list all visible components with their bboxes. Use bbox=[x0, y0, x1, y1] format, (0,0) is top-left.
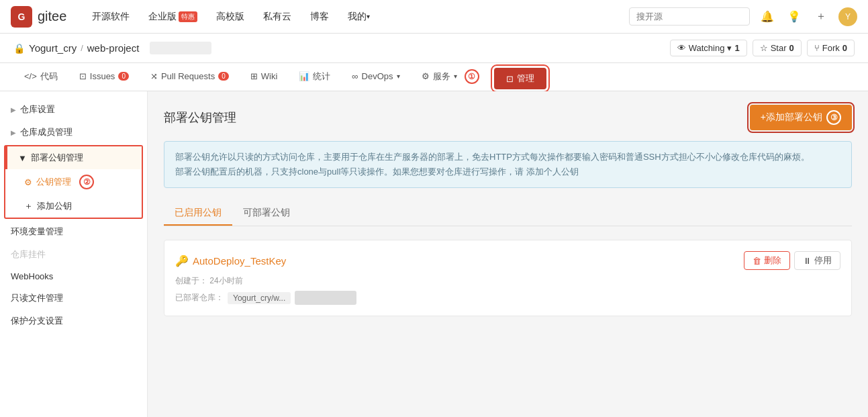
sidebar-item-readonly-files[interactable]: 只读文件管理 bbox=[0, 287, 147, 310]
key-repos-label: 已部署仓库： bbox=[175, 292, 224, 304]
nav-university[interactable]: 高校版 bbox=[207, 0, 254, 34]
tab-enabled-keys[interactable]: 已启用公钥 bbox=[164, 201, 232, 226]
gitee-logo-text: gitee bbox=[38, 9, 66, 24]
stats-icon: 📊 bbox=[299, 71, 309, 81]
sidebar-item-label: 只读文件管理 bbox=[11, 292, 63, 304]
avatar[interactable]: Y bbox=[838, 7, 857, 26]
nav-opensource[interactable]: 开源软件 bbox=[83, 0, 139, 34]
deploy-key-children: ⚙ 公钥管理 ② ＋ 添加公钥 bbox=[5, 169, 142, 218]
tab-services[interactable]: ⚙ 服务 ▾ ① bbox=[411, 63, 490, 91]
nav-enterprise[interactable]: 企业版 特惠 bbox=[139, 0, 207, 34]
info-box: 部署公钥允许以只读的方式访问仓库，主要用于仓库在生产服务器的部署上，免去HTTP… bbox=[164, 141, 852, 188]
sidebar-item-branch-protection[interactable]: 保护分支设置 bbox=[0, 310, 147, 332]
fork-button[interactable]: ⑂ Fork 0 bbox=[807, 40, 855, 56]
repo-description-blur bbox=[150, 42, 211, 54]
top-navigation: G gitee 开源软件 企业版 特惠 高校版 私有云 博客 我的 ▾ 🔔 💡 … bbox=[0, 0, 868, 34]
watch-button[interactable]: 👁 Watching ▾ 1 bbox=[670, 40, 747, 56]
key-created: 创建于： 24小时前 bbox=[175, 275, 840, 287]
star-count: 0 bbox=[789, 43, 794, 53]
tab-code[interactable]: </> 代码 bbox=[13, 63, 68, 91]
sidebar-item-label: 仓库设置 bbox=[20, 103, 55, 115]
tab-pull-requests[interactable]: ⤨ Pull Requests 0 bbox=[140, 63, 240, 91]
info-text-line2: 部署公钥配置后的机器，只支持clone与pull等只读操作。如果您想要对仓库进行… bbox=[175, 165, 840, 179]
key-tabs: 已启用公钥 可部署公钥 bbox=[164, 201, 852, 226]
sidebar-item-label: 保护分支设置 bbox=[11, 315, 63, 327]
repo-name[interactable]: web-project bbox=[87, 42, 140, 54]
main-content: ▶ 仓库设置 ▶ 仓库成员管理 ▼ 部署公钥管理 ⚙ 公钥管理 ② ＋ 添加公钥 bbox=[0, 91, 868, 417]
issues-icon: ⊡ bbox=[79, 71, 87, 81]
plus-icon: ＋ bbox=[24, 200, 33, 212]
arrow-icon: ▶ bbox=[11, 129, 16, 136]
breadcrumb-bar: 🔒 Yogurt_cry / web-project 👁 Watching ▾ … bbox=[0, 34, 868, 63]
sidebar-item-webhooks[interactable]: WebHooks bbox=[0, 266, 147, 287]
lock-icon: 🔒 bbox=[13, 43, 25, 54]
sidebar-item-label: 仓库挂件 bbox=[11, 248, 46, 261]
eye-icon: 👁 bbox=[677, 43, 686, 53]
wiki-icon: ⊞ bbox=[250, 71, 258, 81]
star-button[interactable]: ☆ Star 0 bbox=[753, 40, 802, 56]
delete-key-button[interactable]: 🗑 删除 bbox=[744, 251, 790, 270]
breadcrumb-right: 👁 Watching ▾ 1 ☆ Star 0 ⑂ Fork 0 bbox=[670, 40, 855, 56]
sidebar-item-env-vars[interactable]: 环境变量管理 bbox=[0, 220, 147, 243]
key-icon: 🔑 bbox=[175, 254, 189, 267]
add-btn-annotation: ③ bbox=[826, 110, 841, 125]
repo-blur bbox=[295, 291, 356, 305]
search-input[interactable] bbox=[629, 7, 750, 26]
key-actions: 🗑 删除 ⏸ 停用 bbox=[744, 251, 840, 270]
add-key-btn-label: +添加部署公钥 bbox=[761, 111, 822, 124]
sidebar-item-label: 部署公钥管理 bbox=[31, 152, 83, 164]
devops-icon: ∞ bbox=[352, 71, 358, 81]
key-repos: 已部署仓库： Yogurt_cry/w... bbox=[175, 291, 840, 305]
tab-issues[interactable]: ⊡ Issues 0 bbox=[68, 63, 140, 91]
key-name: 🔑 AutoDeploy_TestKey bbox=[175, 254, 286, 267]
add-icon[interactable]: ＋ bbox=[812, 7, 830, 26]
nav-mine[interactable]: 我的 ▾ bbox=[338, 0, 379, 34]
content-header: 部署公钥管理 +添加部署公钥 ③ bbox=[164, 105, 852, 130]
sidebar-item-label: 仓库成员管理 bbox=[20, 126, 73, 138]
lightbulb-icon[interactable]: 💡 bbox=[785, 7, 804, 26]
arrow-icon: ▼ bbox=[18, 153, 27, 163]
mine-dropdown-arrow: ▾ bbox=[367, 13, 370, 20]
add-deploy-key-button[interactable]: +添加部署公钥 ③ bbox=[750, 105, 852, 130]
tab-stats[interactable]: 📊 统计 bbox=[288, 63, 341, 91]
sidebar-item-label: 环境变量管理 bbox=[11, 226, 63, 238]
manage-icon: ⊡ bbox=[506, 74, 514, 84]
nav-right-area: 🔔 💡 ＋ Y bbox=[629, 7, 857, 26]
tab-wiki[interactable]: ⊞ Wiki bbox=[240, 63, 289, 91]
info-text-line1: 部署公钥允许以只读的方式访问仓库，主要用于仓库在生产服务器的部署上，免去HTTP… bbox=[175, 150, 840, 165]
sidebar-item-members[interactable]: ▶ 仓库成员管理 bbox=[0, 121, 147, 144]
watch-dropdown-arrow: ▾ bbox=[727, 43, 732, 53]
sidebar: ▶ 仓库设置 ▶ 仓库成员管理 ▼ 部署公钥管理 ⚙ 公钥管理 ② ＋ 添加公钥 bbox=[0, 91, 148, 417]
key-item-header: 🔑 AutoDeploy_TestKey 🗑 删除 ⏸ 停用 bbox=[175, 251, 840, 270]
sidebar-item-label: 添加公钥 bbox=[37, 200, 72, 212]
breadcrumb-left: 🔒 Yogurt_cry / web-project bbox=[13, 42, 211, 54]
notification-icon[interactable]: 🔔 bbox=[758, 7, 777, 26]
star-icon: ☆ bbox=[760, 43, 768, 53]
key-item: 🔑 AutoDeploy_TestKey 🗑 删除 ⏸ 停用 创建于： 24小时… bbox=[164, 240, 852, 316]
key-manage-annotation: ② bbox=[79, 175, 94, 189]
nav-links: 开源软件 企业版 特惠 高校版 私有云 博客 我的 ▾ bbox=[83, 0, 629, 34]
watch-count: 1 bbox=[734, 43, 739, 53]
code-icon: </> bbox=[24, 71, 37, 81]
sidebar-item-add-key[interactable]: ＋ 添加公钥 bbox=[5, 195, 142, 218]
tab-devops[interactable]: ∞ DevOps ▾ bbox=[341, 63, 410, 91]
fork-icon: ⑂ bbox=[814, 43, 820, 53]
nav-blog[interactable]: 博客 bbox=[301, 0, 338, 34]
devops-arrow: ▾ bbox=[397, 73, 400, 80]
logo-area[interactable]: G gitee bbox=[11, 6, 66, 28]
tab-deployable-keys[interactable]: 可部署公钥 bbox=[232, 201, 301, 226]
nav-private-cloud[interactable]: 私有云 bbox=[254, 0, 301, 34]
tab-manage[interactable]: ⊡ 管理 bbox=[494, 68, 546, 89]
sidebar-item-widgets: 仓库挂件 bbox=[0, 243, 147, 266]
services-icon: ⚙ bbox=[422, 71, 430, 81]
page-title: 部署公钥管理 bbox=[164, 109, 236, 126]
key-name-text: AutoDeploy_TestKey bbox=[193, 255, 286, 267]
repo-owner[interactable]: Yogurt_cry bbox=[29, 42, 77, 54]
gear-icon: ⚙ bbox=[24, 177, 32, 187]
pause-key-button[interactable]: ⏸ 停用 bbox=[794, 251, 840, 270]
enterprise-badge: 特惠 bbox=[179, 11, 197, 22]
sidebar-item-deploy-keys[interactable]: ▼ 部署公钥管理 bbox=[5, 146, 142, 169]
sidebar-item-repo-settings[interactable]: ▶ 仓库设置 bbox=[0, 98, 147, 121]
deploy-key-group: ▼ 部署公钥管理 ⚙ 公钥管理 ② ＋ 添加公钥 bbox=[4, 145, 143, 219]
sidebar-item-key-manage[interactable]: ⚙ 公钥管理 ② bbox=[5, 169, 142, 195]
